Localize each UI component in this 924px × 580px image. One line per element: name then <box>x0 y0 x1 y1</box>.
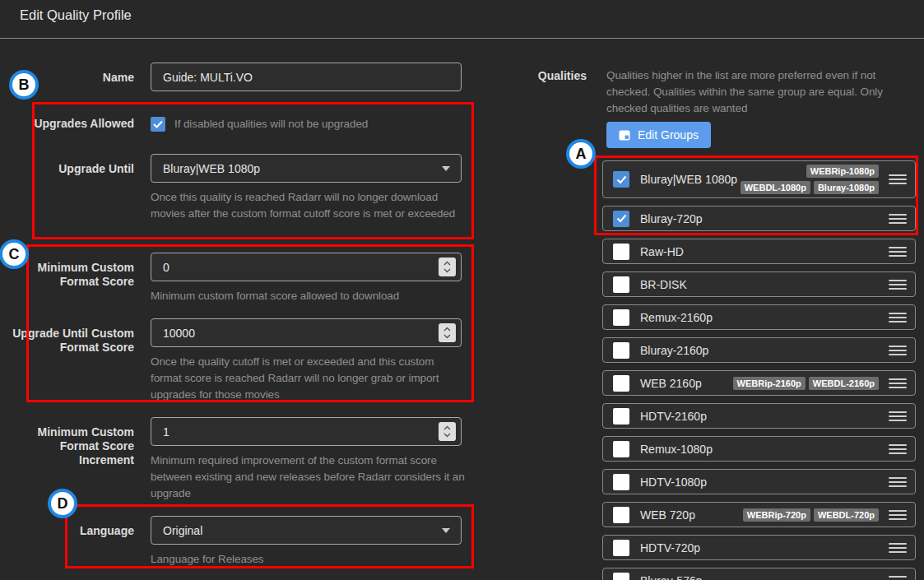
quality-group-badge: WEBDL-720p <box>814 508 879 522</box>
quality-row: HDTV-720p <box>602 535 916 560</box>
drag-handle-icon[interactable] <box>889 346 907 355</box>
upgrade-until-value[interactable] <box>151 154 462 183</box>
checkmark-icon <box>616 214 627 223</box>
drag-handle-icon[interactable] <box>889 477 907 487</box>
quality-row: Bluray-576p <box>602 568 916 580</box>
qualities-list: Bluray|WEB 1080pWEBRip-1080pWEBDL-1080pB… <box>602 160 916 580</box>
upgrade-until-format-score-help: Once the quality cutoff is met or exceed… <box>151 354 465 403</box>
number-spinner[interactable] <box>439 422 456 441</box>
quality-checkbox[interactable] <box>613 342 629 359</box>
quality-name: BR-DISK <box>640 278 687 291</box>
checkmark-icon <box>616 175 627 184</box>
drag-handle-icon[interactable] <box>889 174 907 184</box>
quality-checkbox[interactable] <box>613 276 629 293</box>
quality-row: Raw-HD <box>602 239 916 264</box>
quality-name: HDTV-2160p <box>640 410 707 423</box>
drag-handle-icon[interactable] <box>889 214 907 224</box>
min-format-score-input[interactable] <box>151 253 462 281</box>
quality-name: WEB 2160p <box>640 377 702 390</box>
quality-group-badge: WEBRip-2160p <box>733 377 806 390</box>
quality-name: Remux-2160p <box>640 311 713 324</box>
drag-handle-icon[interactable] <box>889 444 907 454</box>
annotation-circle-a: A <box>566 139 596 169</box>
quality-name: Bluray-720p <box>640 212 703 225</box>
quality-name: Bluray-2160p <box>640 344 708 357</box>
number-spinner[interactable] <box>439 258 456 276</box>
checkmark-icon <box>153 120 163 128</box>
language-value[interactable] <box>151 516 462 545</box>
upgrade-until-format-score-input[interactable] <box>151 318 462 347</box>
quality-row: WEB 2160pWEBRip-2160pWEBDL-2160p <box>602 370 916 396</box>
quality-group-badge: WEBRip-1080p <box>806 165 879 178</box>
spinner-arrows-icon <box>443 260 452 274</box>
qualities-label: Qualities <box>504 69 587 82</box>
language-help: Language for Releases <box>151 551 465 568</box>
spinner-arrows-icon <box>443 326 452 340</box>
drag-handle-icon[interactable] <box>889 313 907 322</box>
qualities-help: Qualities higher in the list are more pr… <box>606 67 909 117</box>
quality-checkbox[interactable] <box>613 408 629 425</box>
drag-handle-icon[interactable] <box>889 411 907 421</box>
upgrade-until-label: Upgrade Until <box>0 154 134 176</box>
quality-name: HDTV-720p <box>640 541 700 554</box>
quality-checkbox[interactable] <box>613 309 629 326</box>
spinner-arrows-icon <box>443 425 452 438</box>
quality-checkbox[interactable] <box>613 375 629 392</box>
language-label: Language <box>0 516 134 538</box>
number-spinner[interactable] <box>439 323 456 342</box>
upgrades-allowed-label: Upgrades Allowed <box>0 116 134 131</box>
quality-checkbox[interactable] <box>613 474 629 490</box>
quality-group-badge: WEBDL-2160p <box>809 377 879 390</box>
quality-name: Raw-HD <box>640 245 684 258</box>
name-input[interactable] <box>151 63 462 91</box>
quality-row: Bluray-720p <box>602 206 916 231</box>
min-format-score-increment-label: Minimum Custom Format Score Increment <box>0 417 134 467</box>
quality-row: WEB 720pWEBRip-720pWEBDL-720p <box>602 502 916 527</box>
ungroup-icon <box>619 130 630 141</box>
drag-handle-icon[interactable] <box>889 510 907 520</box>
quality-row: HDTV-2160p <box>602 403 916 429</box>
quality-group-badge: WEBDL-1080p <box>741 181 810 194</box>
upgrade-until-select[interactable] <box>151 154 462 183</box>
quality-row: Remux-1080p <box>602 436 916 462</box>
min-format-score-label: Minimum Custom Format Score <box>0 253 134 289</box>
quality-checkbox[interactable] <box>613 507 629 523</box>
quality-group-badge: WEBRip-720p <box>743 508 810 522</box>
quality-name: Bluray|WEB 1080p <box>640 173 737 186</box>
name-label: Name <box>0 63 134 85</box>
language-select[interactable] <box>151 516 462 545</box>
quality-row: BR-DISK <box>602 271 916 297</box>
quality-checkbox[interactable] <box>613 171 629 188</box>
quality-row: Bluray-2160p <box>602 337 916 363</box>
upgrades-allowed-help: If disabled qualities will not be upgrad… <box>174 116 368 132</box>
drag-handle-icon[interactable] <box>889 247 907 257</box>
upgrade-until-format-score-label: Upgrade Until Custom Format Score <box>0 318 134 355</box>
quality-checkbox[interactable] <box>613 211 629 227</box>
edit-groups-label: Edit Groups <box>638 128 699 142</box>
drag-handle-icon[interactable] <box>889 378 907 388</box>
edit-groups-button[interactable]: Edit Groups <box>606 122 711 148</box>
quality-row: Bluray|WEB 1080pWEBRip-1080pWEBDL-1080pB… <box>602 160 916 198</box>
dialog-header: Edit Quality Profile <box>0 0 924 39</box>
quality-name: Bluray-576p <box>640 574 703 580</box>
min-format-score-increment-help: Minimum required improvement of the cust… <box>151 452 465 502</box>
upgrade-until-help: Once this quality is reached Radarr will… <box>151 189 465 222</box>
quality-checkbox[interactable] <box>613 540 629 556</box>
quality-name: WEB 720p <box>640 508 695 522</box>
drag-handle-icon[interactable] <box>889 576 907 580</box>
upgrades-allowed-checkbox[interactable] <box>151 117 165 132</box>
quality-name: HDTV-1080p <box>640 476 707 489</box>
quality-name: Remux-1080p <box>640 443 713 456</box>
quality-checkbox[interactable] <box>613 244 629 260</box>
quality-row: Remux-2160p <box>602 304 916 330</box>
drag-handle-icon[interactable] <box>889 280 907 290</box>
drag-handle-icon[interactable] <box>889 543 907 553</box>
annotation-circle-d: D <box>48 489 77 518</box>
quality-row: HDTV-1080p <box>602 469 916 494</box>
dialog-title: Edit Quality Profile <box>20 7 132 23</box>
quality-group-badge: Bluray-1080p <box>814 181 879 194</box>
min-format-score-increment-input[interactable] <box>151 417 462 446</box>
min-format-score-help: Minimum custom format score allowed to d… <box>151 288 465 304</box>
quality-checkbox[interactable] <box>613 573 629 580</box>
quality-checkbox[interactable] <box>613 441 629 457</box>
